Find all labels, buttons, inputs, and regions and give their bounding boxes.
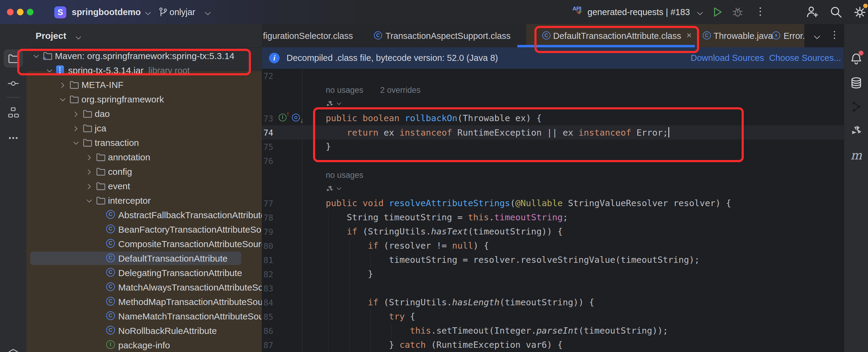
project-panel-header[interactable]: Project — [27, 24, 262, 47]
tree-item-label: DefaultTransactionAttribute — [118, 253, 227, 264]
tree-item-beanfactorytransactionattributesourceadv[interactable]: CBeanFactoryTransactionAttributeSourceAd… — [27, 222, 262, 236]
chevron-down-icon[interactable] — [33, 53, 40, 61]
add-user-icon[interactable] — [806, 5, 819, 20]
class-icon: C — [106, 268, 115, 277]
kafka-tool-icon[interactable] — [844, 101, 868, 113]
tree-item-meta-inf[interactable]: META-INF — [27, 77, 262, 92]
line-number: 76 — [262, 156, 273, 166]
usages-hint[interactable]: no usages2 overrides — [326, 86, 437, 95]
tree-item-matchalwaystransactionattributesource[interactable]: CMatchAlwaysTransactionAttributeSource — [27, 280, 262, 294]
exception-class-icon — [772, 31, 780, 39]
tree-item-label: dao — [95, 109, 110, 119]
tree-item-label: interceptor — [108, 196, 151, 206]
chevron-down-icon — [144, 10, 152, 19]
tree-item-defaulttransactionattribute[interactable]: CDefaultTransactionAttribute — [27, 251, 262, 265]
minimize-window-button[interactable] — [17, 9, 24, 15]
tab-options-icon[interactable]: ⋮ — [830, 29, 839, 40]
chevron-down-icon[interactable] — [336, 101, 342, 108]
search-icon[interactable] — [829, 5, 843, 20]
tree-item-label: jca — [95, 123, 106, 133]
tree-item-delegatingtransactionattribute[interactable]: CDelegatingTransactionAttribute — [27, 265, 262, 280]
chevron-right-icon[interactable] — [72, 125, 80, 133]
branch-selector[interactable]: onlyjar — [169, 7, 195, 17]
banner-message: Decompiled .class file, bytecode version… — [286, 53, 498, 63]
tree-item-event[interactable]: event — [27, 179, 262, 193]
tree-item-spring-tx-5-3-14-jar[interactable]: spring-tx-5.3.14.jarlibrary root — [27, 63, 262, 77]
line-number: 74 — [262, 128, 273, 137]
tree-item-label: package-info — [118, 340, 170, 351]
tree-item-norollbackruleattribute[interactable]: CNoRollbackRuleAttribute — [27, 323, 262, 338]
code-vision-hint: no usages — [262, 168, 844, 182]
tree-item-namematchtransactionattributesource[interactable]: CNameMatchTransactionAttributeSource — [27, 309, 262, 323]
tree-item-transaction[interactable]: transaction — [27, 135, 262, 150]
database-tool-icon[interactable] — [844, 76, 868, 89]
tree-item-interceptor[interactable]: interceptor — [27, 193, 262, 207]
code-text: timeoutString = resolver.resolveStringVa… — [326, 255, 700, 265]
class-icon: C — [106, 282, 115, 291]
code-vision-icon[interactable] — [326, 185, 334, 194]
code-editor[interactable]: 72no usages2 overrides73I↑↓public boolea… — [262, 69, 844, 352]
line-number: 85 — [262, 312, 273, 322]
tree-item-annotation[interactable]: annotation — [27, 150, 262, 164]
tree-item-maven-org-springframework-spring-tx-5-3-[interactable]: Maven: org.springframework:spring-tx:5.3… — [27, 49, 262, 63]
tree-item-compositetransactionattributesource[interactable]: CCompositeTransactionAttributeSource — [27, 236, 262, 251]
info-icon: i — [269, 53, 280, 63]
chevron-right-icon[interactable] — [59, 82, 66, 90]
code-line-76: 76 — [262, 154, 844, 168]
more-tools-button[interactable] — [0, 133, 27, 143]
tree-item-package-info[interactable]: Ipackage-info — [27, 338, 262, 352]
code-line-81: 81 timeoutString = resolver.resolveStrin… — [262, 253, 844, 267]
tree-item-label: event — [108, 181, 130, 191]
choose-sources-link[interactable]: Choose Sources... — [769, 53, 841, 63]
chevron-down-icon[interactable] — [59, 96, 66, 104]
chevron-down-icon[interactable] — [86, 197, 93, 206]
tab-overflow-chevron-icon[interactable] — [813, 33, 821, 43]
debug-button[interactable] — [732, 6, 744, 19]
code-vision-hint: no usages2 overrides — [262, 83, 844, 97]
tree-item-config[interactable]: config — [27, 164, 262, 179]
chevron-right-icon[interactable] — [86, 154, 93, 162]
run-config-selector[interactable]: generated-requests | #183 — [588, 7, 690, 17]
tree-item-abstractfallbacktransactionattributesour[interactable]: CAbstractFallbackTransactionAttributeSou… — [27, 207, 262, 222]
project-selector[interactable]: springbootdemo — [72, 7, 141, 17]
code-text: if (StringUtils.hasLength(timeoutString)… — [326, 297, 594, 308]
close-window-button[interactable] — [7, 9, 13, 15]
notification-badge — [859, 51, 864, 56]
notifications-bell-icon[interactable] — [844, 53, 868, 65]
folder-icon — [69, 94, 79, 105]
chevron-down-icon[interactable] — [46, 67, 53, 76]
tree-item-methodmaptransactionattributesource[interactable]: CMethodMapTransactionAttributeSource — [27, 294, 262, 309]
chevron-right-icon[interactable] — [86, 183, 93, 191]
services-tool-button[interactable] — [0, 348, 27, 352]
implements-method-icon[interactable]: I↑ — [279, 114, 286, 122]
code-line-80: 80 if (resolver != null) { — [262, 239, 844, 253]
chevron-down-icon[interactable] — [336, 186, 342, 193]
code-line-78: 78 String timeoutString = this.timeoutSt… — [262, 210, 844, 225]
maven-lib-icon — [43, 51, 53, 62]
structure-tool-button[interactable] — [0, 107, 27, 118]
run-button[interactable] — [711, 6, 723, 19]
tree-item-jca[interactable]: jca — [27, 121, 262, 135]
code-text: this.setTimeout(Integer.parseInt(timeout… — [326, 325, 668, 336]
line-number: 80 — [262, 242, 273, 251]
download-sources-link[interactable]: Download Sources — [691, 53, 764, 63]
chevron-down-icon[interactable] — [72, 139, 80, 148]
usages-hint[interactable]: no usages — [326, 170, 380, 180]
maven-tool-icon[interactable]: m — [844, 148, 868, 162]
commit-tool-button[interactable] — [0, 78, 27, 89]
chevron-right-icon[interactable] — [72, 110, 80, 119]
more-menu-icon[interactable]: ⋮ — [755, 5, 766, 17]
code-vision-icon[interactable] — [326, 100, 334, 109]
is-overridden-icon[interactable]: ↓ — [292, 114, 300, 122]
tree-item-org-springframework[interactable]: org.springframework — [27, 92, 262, 106]
code-vision-tool-icon[interactable] — [844, 125, 868, 137]
maximize-window-button[interactable] — [27, 9, 33, 15]
chevron-right-icon[interactable] — [86, 168, 93, 177]
tree-item-label: NoRollbackRuleAttribute — [118, 326, 217, 336]
line-number: 75 — [262, 142, 273, 152]
folder-icon — [69, 80, 79, 91]
project-tool-button[interactable] — [0, 53, 27, 64]
tab-label: Error. — [783, 31, 805, 41]
tree-item-dao[interactable]: dao — [27, 106, 262, 121]
close-tab-icon[interactable]: × — [686, 30, 692, 40]
